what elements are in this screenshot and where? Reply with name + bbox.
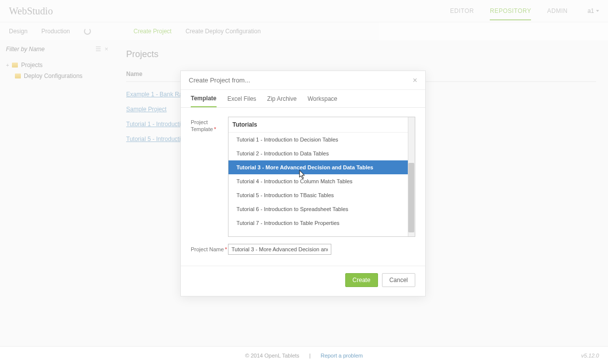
tab-excel[interactable]: Excel Files <box>228 95 256 102</box>
logo: WebStudio <box>9 5 53 17</box>
tree-deploy[interactable]: Deploy Configurations <box>6 71 108 81</box>
sidebar: ☰ × + Projects Deploy Configurations <box>0 40 114 346</box>
listbox-option[interactable]: Tutorial 7 - Introduction to Table Prope… <box>228 216 415 230</box>
scrollbar-track[interactable] <box>408 117 415 236</box>
tree-projects[interactable]: + Projects <box>6 60 108 71</box>
nav-admin[interactable]: ADMIN <box>547 7 567 14</box>
label-project-name: Project Name* <box>191 244 228 253</box>
tab-template[interactable]: Template <box>191 95 217 107</box>
folder-icon <box>15 73 21 78</box>
cancel-button[interactable]: Cancel <box>382 273 415 287</box>
filter-input[interactable] <box>6 46 92 53</box>
topbar: WebStudio EDITOR REPOSITORY ADMIN a1 <box>0 0 608 22</box>
subnav-production[interactable]: Production <box>41 28 70 35</box>
footer-report[interactable]: Report a problem <box>320 353 363 359</box>
tab-zip[interactable]: Zip Archive <box>267 95 297 102</box>
page-title: Projects <box>126 49 596 60</box>
listbox-option[interactable]: Tutorial 4 - Introduction to Column Matc… <box>228 174 415 188</box>
footer-version: v5.12.0 <box>581 353 599 359</box>
close-icon[interactable]: × <box>413 76 417 85</box>
listbox-option[interactable]: Tutorial 6 - Introduction to Spreadsheet… <box>228 202 415 216</box>
subnav-create-project[interactable]: Create Project <box>134 28 172 35</box>
subnav-design[interactable]: Design <box>9 28 27 35</box>
template-listbox[interactable]: Tutorials Tutorial 1 - Introduction to D… <box>228 117 415 237</box>
refresh-icon[interactable] <box>84 28 91 35</box>
project-name-input[interactable] <box>228 244 331 255</box>
tree-projects-label: Projects <box>21 62 42 69</box>
create-button[interactable]: Create <box>345 273 378 287</box>
create-project-modal: Create Project from... × Template Excel … <box>180 71 426 296</box>
user-menu[interactable]: a1 <box>588 7 599 14</box>
scrollbar-thumb[interactable] <box>408 163 414 232</box>
listbox-group: Tutorials <box>228 117 415 133</box>
listbox-option[interactable]: Tutorial 1 - Introduction to Decision Ta… <box>228 133 415 146</box>
subnav-create-deploy[interactable]: Create Deploy Configuration <box>185 28 260 35</box>
user-name: a1 <box>588 7 594 14</box>
footer: © 2014 OpenL Tablets | Report a problem … <box>0 346 608 364</box>
expand-icon[interactable]: + <box>6 62 9 68</box>
modal-title: Create Project from... <box>189 76 250 84</box>
footer-copyright: © 2014 OpenL Tablets <box>245 353 300 359</box>
list-icon[interactable]: ☰ <box>95 45 101 53</box>
tree-deploy-label: Deploy Configurations <box>24 73 82 79</box>
nav-repository[interactable]: REPOSITORY <box>490 7 531 20</box>
modal-tabs: Template Excel Files Zip Archive Workspa… <box>181 90 425 108</box>
subbar: Design Production Create Project Create … <box>0 22 608 40</box>
footer-sep: | <box>309 353 311 359</box>
listbox-option[interactable]: Tutorial 5 - Introduction to TBasic Tabl… <box>228 188 415 202</box>
tab-workspace[interactable]: Workspace <box>307 95 337 102</box>
clear-icon[interactable]: × <box>104 45 108 53</box>
chevron-down-icon <box>596 10 599 12</box>
nav-editor[interactable]: EDITOR <box>450 7 474 14</box>
listbox-option[interactable]: Tutorial 2 - Introduction to Data Tables <box>228 146 415 160</box>
label-project-template: Project Template* <box>191 117 228 133</box>
folder-icon <box>12 63 18 68</box>
top-nav: EDITOR REPOSITORY ADMIN <box>450 7 568 14</box>
listbox-option[interactable]: Tutorial 3 - More Advanced Decision and … <box>228 160 415 174</box>
